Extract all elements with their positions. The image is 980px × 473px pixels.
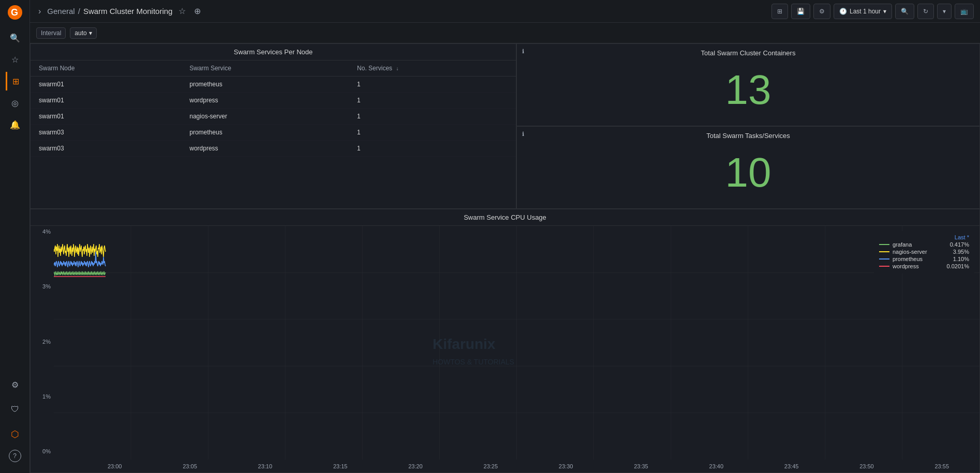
x-axis-label: 23:55 xyxy=(904,463,979,469)
legend-item[interactable]: wordpress 0.0201% xyxy=(879,263,969,269)
total-containers-panel: ℹ Total Swarm Cluster Containers 13 xyxy=(516,43,980,126)
col-swarm-node[interactable]: Swarm Node xyxy=(31,60,181,77)
x-axis-label: 23:35 xyxy=(603,463,678,469)
save-dashboard-button[interactable]: 💾 xyxy=(791,4,810,19)
table-row: swarm01wordpress1 xyxy=(31,93,516,109)
containers-panel-title: Total Swarm Cluster Containers xyxy=(517,49,979,57)
main-content: › General / Swarm Cluster Monitoring ☆ ⊕… xyxy=(30,0,980,473)
legend-name: grafana xyxy=(893,241,934,248)
favorite-button[interactable]: ☆ xyxy=(176,4,188,18)
x-axis-label: 23:10 xyxy=(228,463,303,469)
table-row: swarm03wordpress1 xyxy=(31,141,516,157)
sidebar-item-alerting[interactable]: 🔔 xyxy=(6,115,24,134)
sort-icon: ↓ xyxy=(396,66,398,71)
grafana-line xyxy=(54,271,106,275)
sidebar-toggle-button[interactable]: › xyxy=(36,5,43,18)
svg-text:G: G xyxy=(11,7,18,18)
x-axis-label: 23:40 xyxy=(679,463,754,469)
containers-stat-value: 13 xyxy=(725,69,771,111)
refresh-interval-button[interactable]: ▾ xyxy=(937,4,952,19)
x-axis-label: 23:05 xyxy=(152,463,227,469)
dashboard-settings-button[interactable]: ⚙ xyxy=(813,4,830,19)
zoom-out-button[interactable]: 🔍 xyxy=(895,4,914,19)
col-no-services[interactable]: No. Services ↓ xyxy=(349,60,516,77)
services-table-container[interactable]: Swarm Node Swarm Service No. Services ↓ … xyxy=(31,60,516,208)
tasks-stat-value: 10 xyxy=(725,152,771,193)
table-row: swarm01nagios-server1 xyxy=(31,109,516,125)
col-swarm-service[interactable]: Swarm Service xyxy=(181,60,349,77)
breadcrumb-home[interactable]: General xyxy=(47,7,75,16)
cpu-chart-panel: Swarm Service CPU Usage 0%1%2%3%4% xyxy=(30,209,980,473)
time-range-label: Last 1 hour xyxy=(850,8,881,15)
refresh-button[interactable]: ↻ xyxy=(917,4,934,19)
add-panel-button[interactable]: ⊞ xyxy=(771,4,788,19)
y-axis-label: 1% xyxy=(31,393,54,400)
app-logo[interactable]: G xyxy=(7,4,23,21)
dashboard-toolbar: Interval auto ▾ xyxy=(30,23,980,43)
legend-name: nagios-server xyxy=(893,249,934,255)
legend-item[interactable]: grafana 0.417% xyxy=(879,241,969,248)
sidebar: G 🔍 ☆ ⊞ ◎ 🔔 ⚙ 🛡 ⬡ ? xyxy=(0,0,30,473)
legend-value: 3.95% xyxy=(938,249,969,255)
legend-name: prometheus xyxy=(893,256,934,262)
table-row: swarm03prometheus1 xyxy=(31,125,516,141)
time-range-chevron: ▾ xyxy=(883,8,886,15)
sidebar-item-plugin[interactable]: ⬡ xyxy=(6,425,24,444)
x-axis-label: 23:00 xyxy=(77,463,152,469)
legend-color-line xyxy=(879,266,889,267)
x-axis-label: 23:50 xyxy=(829,463,904,469)
x-axis-label: 23:20 xyxy=(378,463,453,469)
x-axis-label: 23:45 xyxy=(754,463,829,469)
x-axis-label: 23:25 xyxy=(453,463,528,469)
interval-select[interactable]: auto ▾ xyxy=(70,27,96,39)
legend-value: 0.0201% xyxy=(938,263,969,269)
legend-item[interactable]: prometheus 1.10% xyxy=(879,256,969,262)
legend-color-line xyxy=(879,244,889,245)
y-axis-label: 2% xyxy=(31,339,54,345)
cpu-chart-svg xyxy=(54,226,979,460)
sidebar-item-help[interactable]: ? xyxy=(9,450,21,462)
services-panel-header: Swarm Services Per Node xyxy=(31,44,516,60)
x-axis-label: 23:15 xyxy=(303,463,378,469)
legend-header: Last * xyxy=(879,234,969,240)
page-title: Swarm Cluster Monitoring xyxy=(83,7,173,16)
table-row: swarm01prometheus1 xyxy=(31,77,516,93)
cpu-panel-title: Swarm Service CPU Usage xyxy=(37,213,973,221)
sidebar-item-settings[interactable]: ⚙ xyxy=(6,375,24,394)
sidebar-item-shield[interactable]: 🛡 xyxy=(6,400,24,419)
interval-chevron-icon: ▾ xyxy=(89,29,92,37)
swarm-services-panel: Swarm Services Per Node Swarm Node Swarm… xyxy=(30,43,516,209)
sidebar-item-search[interactable]: 🔍 xyxy=(6,28,24,47)
topbar: › General / Swarm Cluster Monitoring ☆ ⊕… xyxy=(30,0,980,23)
time-range-button[interactable]: 🕐 Last 1 hour ▾ xyxy=(834,4,892,19)
topbar-right: ⊞ 💾 ⚙ 🕐 Last 1 hour ▾ 🔍 ↻ ▾ 📺 xyxy=(771,4,974,19)
sidebar-item-dashboards[interactable]: ⊞ xyxy=(6,72,24,90)
services-panel-title: Swarm Services Per Node xyxy=(37,48,510,56)
legend-color-line xyxy=(879,251,889,252)
page-breadcrumb: General / Swarm Cluster Monitoring xyxy=(47,7,172,16)
legend-value: 1.10% xyxy=(938,256,969,262)
y-axis-label: 0% xyxy=(31,448,54,454)
share-button[interactable]: ⊕ xyxy=(192,4,203,18)
stat-panels: ℹ Total Swarm Cluster Containers 13 ℹ To… xyxy=(516,43,980,209)
cpu-chart-area: 0%1%2%3%4% xyxy=(31,226,979,472)
nagios-line xyxy=(54,244,106,257)
cpu-panel-header: Swarm Service CPU Usage xyxy=(31,209,979,226)
legend-color-line xyxy=(879,258,889,260)
total-tasks-panel: ℹ Total Swarm Tasks/Services 10 xyxy=(516,126,980,209)
cycle-view-button[interactable]: 📺 xyxy=(955,4,974,19)
x-axis-label: 23:30 xyxy=(528,463,603,469)
tasks-panel-title: Total Swarm Tasks/Services xyxy=(517,132,979,140)
y-axis-label: 4% xyxy=(31,228,54,235)
legend-name: wordpress xyxy=(893,263,934,269)
legend-value: 0.417% xyxy=(938,241,969,248)
clock-icon: 🕐 xyxy=(839,8,847,15)
sidebar-item-star[interactable]: ☆ xyxy=(6,50,24,69)
legend-item[interactable]: nagios-server 3.95% xyxy=(879,249,969,255)
x-axis: 23:0023:0523:1023:1523:2023:2523:3023:35… xyxy=(54,460,979,472)
chart-legend: Last * grafana 0.417% nagios-server 3.95… xyxy=(874,231,974,273)
y-axis-label: 3% xyxy=(31,283,54,289)
sidebar-item-explore[interactable]: ◎ xyxy=(6,94,24,112)
dashboard-content: Swarm Services Per Node Swarm Node Swarm… xyxy=(30,43,980,473)
interval-label: Interval xyxy=(36,27,66,39)
